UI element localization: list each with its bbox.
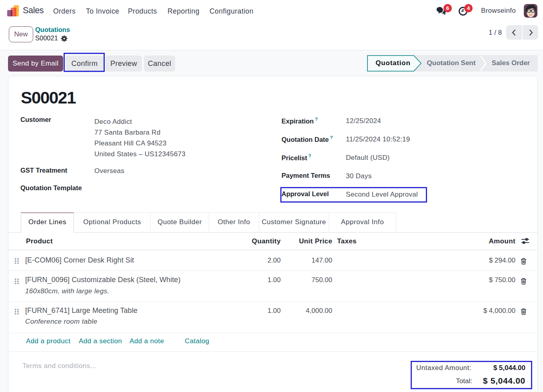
svg-text:Quotation: Quotation [375, 59, 410, 67]
